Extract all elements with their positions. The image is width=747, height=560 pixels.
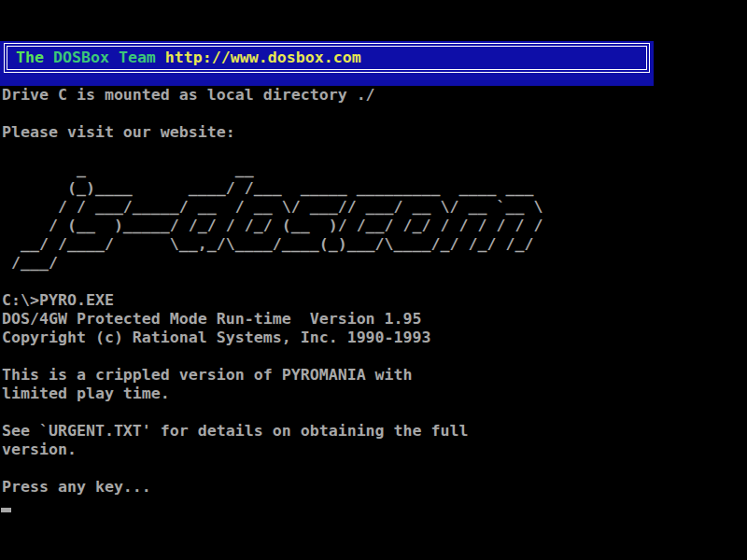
banner-team-name: DOSBox Team bbox=[53, 49, 165, 66]
dos-terminal-screen[interactable]: The DOSBox Team http://www.dosbox.com Dr… bbox=[0, 0, 747, 560]
banner-text: The DOSBox Team http://www.dosbox.com bbox=[16, 49, 361, 67]
banner-frame: The DOSBox Team http://www.dosbox.com bbox=[4, 43, 650, 73]
banner-url: http://www.dosbox.com bbox=[165, 49, 361, 66]
terminal-output: Drive C is mounted as local directory ./… bbox=[2, 86, 543, 497]
text-cursor bbox=[1, 508, 11, 512]
banner-team-prefix: The bbox=[16, 49, 53, 66]
dosbox-banner: The DOSBox Team http://www.dosbox.com bbox=[0, 41, 654, 86]
